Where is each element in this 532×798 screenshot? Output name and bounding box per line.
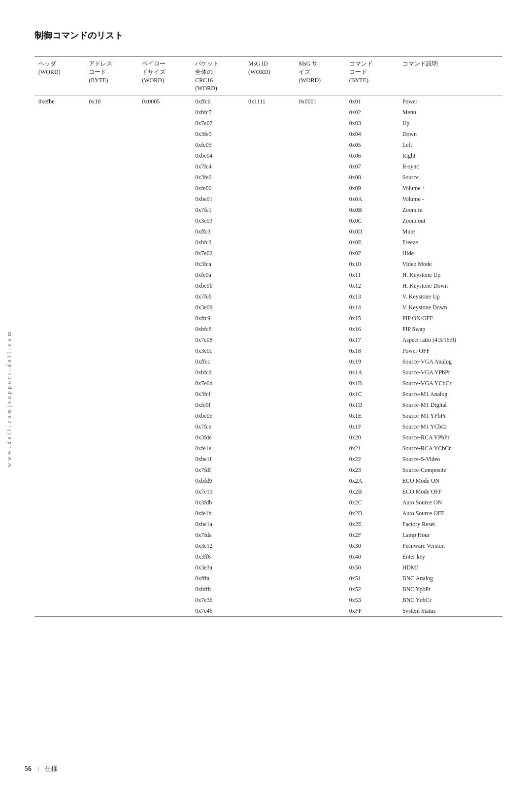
col-header-msgsize: MsG サ |イズ(WORD) xyxy=(295,57,345,96)
cell-cmddesc: Factory Reset xyxy=(399,519,502,530)
col-header-cmddesc: コマンド説明 xyxy=(399,57,502,96)
cell-cmdcode: 0x0B xyxy=(345,204,399,215)
cell-crc: 0x7fdf xyxy=(191,465,244,475)
cell-cmddesc: Source-S-Video xyxy=(399,454,502,465)
footer-text: 56 | 仕様 xyxy=(25,765,58,773)
cell-crc: 0x7feb xyxy=(191,291,244,302)
cell-cmdcode: 0x18 xyxy=(345,345,399,356)
cell-cmddesc: Zoom out xyxy=(399,215,502,226)
cell-cmdcode: 0x30 xyxy=(345,540,399,551)
cell-cmdcode: 0x51 xyxy=(345,573,399,584)
cell-crc: 0x7e19 xyxy=(191,486,244,497)
cell-crc: 0xbe1f xyxy=(191,454,244,465)
cell-msgid: 0x1111 xyxy=(244,96,295,617)
cell-cmdcode: 0x11 xyxy=(345,269,399,280)
cell-msgsize: 0x0001 xyxy=(295,96,345,617)
cell-cmddesc: H. Keystone Up xyxy=(399,269,502,280)
cell-cmdcode: 0x17 xyxy=(345,334,399,345)
cell-cmdcode: 0x0A xyxy=(345,194,399,204)
cell-cmdcode: 0x0C xyxy=(345,215,399,226)
cell-cmdcode: 0x13 xyxy=(345,291,399,302)
cell-cmdcode: 0x1E xyxy=(345,410,399,421)
page-title: 制御コマンドのリスト xyxy=(34,30,502,41)
cell-cmddesc: Auto Source OFF xyxy=(399,508,502,519)
cell-cmddesc: BNC Analog xyxy=(399,573,502,584)
cell-crc: 0xfe05 xyxy=(191,139,244,150)
cell-crc: 0xbe0b xyxy=(191,280,244,291)
cell-cmddesc: V. Keystone Up xyxy=(399,291,502,302)
cell-crc: 0x3fe0 xyxy=(191,172,244,183)
cell-cmdcode: 0x1A xyxy=(345,367,399,378)
cell-cmddesc: Hide xyxy=(399,248,502,259)
cell-cmdcode: 0x2A xyxy=(345,475,399,486)
cell-cmddesc: Video Mode xyxy=(399,259,502,269)
cell-cmddesc: PIP Swap xyxy=(399,324,502,334)
cell-cmdcode: 0x06 xyxy=(345,150,399,161)
cell-crc: 0x3e3a xyxy=(191,562,244,573)
cell-cmddesc: HDMI xyxy=(399,562,502,573)
col-header-word: ヘッダ(WORD) xyxy=(34,57,85,96)
cell-cmdcode: 0x01 xyxy=(345,96,399,107)
cell-crc: 0xbe01 xyxy=(191,194,244,204)
cell-cmdcode: 0xFF xyxy=(345,605,399,617)
cell-cmddesc: Mute xyxy=(399,226,502,237)
cell-cmdcode: 0x53 xyxy=(345,595,399,605)
cell-address: 0x10 xyxy=(85,96,138,617)
cell-cmddesc: Source-M1 YCbCr xyxy=(399,421,502,432)
cell-cmdcode: 0x40 xyxy=(345,551,399,562)
cell-cmdcode: 0x0E xyxy=(345,237,399,248)
cell-crc: 0xfe00 xyxy=(191,183,244,194)
cell-crc: 0x3fca xyxy=(191,259,244,269)
cell-cmdcode: 0x2F xyxy=(345,530,399,540)
cell-cmddesc: H. Keystone Down xyxy=(399,280,502,291)
cell-cmddesc: Source-VGA YPbPr xyxy=(399,367,502,378)
cell-cmddesc: Source-M1 Analog xyxy=(399,389,502,399)
cell-crc: 0x3fdb xyxy=(191,497,244,508)
cell-cmdcode: 0x0D xyxy=(345,226,399,237)
cell-cmdcode: 0x16 xyxy=(345,324,399,334)
cell-cmddesc: BNC YcbCr xyxy=(399,595,502,605)
cell-crc: 0xffc6 xyxy=(191,96,244,107)
cell-cmddesc: Source xyxy=(399,172,502,183)
cell-cmdcode: 0x19 xyxy=(345,356,399,367)
cell-cmdcode: 0x04 xyxy=(345,129,399,139)
cell-crc: 0x7e07 xyxy=(191,118,244,129)
cell-crc: 0x7e46 xyxy=(191,605,244,617)
cell-cmddesc: System Status xyxy=(399,605,502,617)
cell-cmddesc: Lamp Hour xyxy=(399,530,502,540)
cell-crc: 0x7e0d xyxy=(191,378,244,389)
cell-cmdcode: 0x15 xyxy=(345,313,399,324)
cell-crc: 0x3e09 xyxy=(191,302,244,313)
cell-crc: 0xfe1b xyxy=(191,508,244,519)
cell-cmddesc: ECO Mode OFF xyxy=(399,486,502,497)
cell-crc: 0xbe1a xyxy=(191,519,244,530)
col-header-payload: ペイロードサイズ(WORD) xyxy=(138,57,191,96)
footer-label: 仕様 xyxy=(45,765,58,773)
cell-cmddesc: Source-RCA YCbCr xyxy=(399,443,502,454)
cell-crc: 0xfe0a xyxy=(191,269,244,280)
cell-cmddesc: Source-M1 Digital xyxy=(399,399,502,410)
cell-crc: 0xffc9 xyxy=(191,313,244,324)
col-header-address: アドレスコード(BYTE) xyxy=(85,57,138,96)
cell-crc: 0x3fe5 xyxy=(191,129,244,139)
cell-crc: 0xbfcd xyxy=(191,367,244,378)
cell-cmdcode: 0x07 xyxy=(345,161,399,172)
cell-cmdcode: 0x05 xyxy=(345,139,399,150)
cell-cmddesc: Left xyxy=(399,139,502,150)
cell-crc: 0x7fda xyxy=(191,530,244,540)
cell-cmddesc: Firmware Version xyxy=(399,540,502,551)
cell-crc: 0x7e02 xyxy=(191,248,244,259)
cell-cmddesc: Zoom in xyxy=(399,204,502,215)
cell-crc: 0x3e0c xyxy=(191,345,244,356)
cell-crc: 0xbfc8 xyxy=(191,324,244,334)
cell-cmddesc: Source-VGA YCbCr xyxy=(399,378,502,389)
cell-cmddesc: R-sync xyxy=(399,161,502,172)
footer: 56 | 仕様 xyxy=(25,765,58,773)
main-content: 制御コマンドのリスト ヘッダ(WORD) アドレスコード(BYTE) ペイロード… xyxy=(25,0,532,646)
cell-crc: 0xbe0e xyxy=(191,410,244,421)
cell-crc: 0xbfd9 xyxy=(191,475,244,486)
cell-crc: 0x7e3b xyxy=(191,595,244,605)
cell-crc: 0xfe1e xyxy=(191,443,244,454)
cell-cmdcode: 0x1B xyxy=(345,378,399,389)
cell-crc: 0xffcc xyxy=(191,356,244,367)
